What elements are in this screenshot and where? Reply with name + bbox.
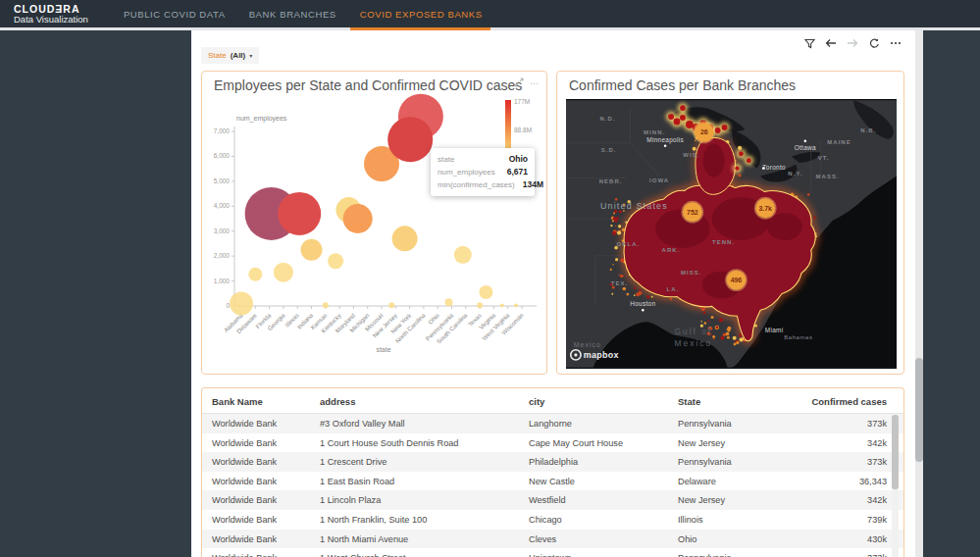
table-cell: Worldwide Bank <box>212 457 277 467</box>
page-scrollbar[interactable] <box>915 30 923 557</box>
table-header: Bank NameaddresscityStateConfirmed cases <box>202 388 903 414</box>
table-row[interactable]: Worldwide Bank1 North Miami AvenueCleves… <box>202 530 903 549</box>
svg-text:88.8M: 88.8M <box>514 127 532 133</box>
table-cell: 739k <box>751 515 887 525</box>
cluster-badge-752[interactable]: 752 <box>681 201 703 224</box>
bubble-indiana[interactable] <box>301 239 323 261</box>
bubble-new-jersey[interactable] <box>388 302 394 308</box>
bubble-west-virginia[interactable] <box>500 303 504 307</box>
svg-text:6,000: 6,000 <box>214 152 231 159</box>
column-header-bank-name[interactable]: Bank Name <box>212 396 263 407</box>
map-label: Bahamas <box>784 334 812 340</box>
svg-text:752: 752 <box>687 209 698 216</box>
table-cell: Worldwide Bank <box>212 515 277 525</box>
bubble-delaware[interactable] <box>248 268 262 281</box>
refresh-icon[interactable] <box>868 37 880 49</box>
map-label: TENN. <box>712 239 735 245</box>
table-cell: 430k <box>751 534 887 544</box>
svg-text:state: state <box>376 346 390 353</box>
column-header-city[interactable]: city <box>529 396 544 407</box>
svg-text:26: 26 <box>700 128 708 135</box>
map-label: Miami <box>765 327 784 333</box>
covid-heatmap[interactable]: N.D.MINN.S.D.WIS.NEBR.IOWAOKLA.ARK.TENN.… <box>566 99 897 369</box>
table-cell: Pennsylvania <box>678 419 732 429</box>
svg-text:2,000: 2,000 <box>214 252 231 259</box>
dashboard-tabs: PUBLIC COVID DATABANK BRANCHESCOVID EXPO… <box>120 0 502 27</box>
dashboard-toolbar <box>803 37 902 49</box>
column-header-state[interactable]: State <box>678 396 700 407</box>
map-label: MAINE <box>827 139 851 145</box>
table-scrollbar-thumb[interactable] <box>892 415 899 489</box>
back-arrow-icon[interactable] <box>825 37 837 49</box>
expand-icon[interactable] <box>514 77 524 89</box>
dashboard-content: State (All) ▾ Employees per State and Co… <box>191 30 915 557</box>
map-label: United States <box>600 201 668 211</box>
bubble-new-york[interactable] <box>392 226 418 251</box>
table-cell: 1 Crescent Drive <box>320 457 387 467</box>
table-cell: Cleves <box>529 534 556 544</box>
table-row[interactable]: Worldwide Bank#3 Oxford Valley MallLangh… <box>202 414 903 433</box>
bubble-chart-actions: ⋯ <box>514 77 539 89</box>
tab-covid-exposed-banks[interactable]: COVID EXPOSED BANKS <box>356 9 487 20</box>
column-header-confirmed-cases[interactable]: Confirmed cases <box>751 396 887 407</box>
bubble-michigan[interactable] <box>343 204 373 233</box>
table-cell: 373k <box>751 553 887 557</box>
bubble-georgia[interactable] <box>274 263 293 282</box>
svg-text:3,000: 3,000 <box>214 228 231 234</box>
table-row[interactable]: Worldwide Bank1 West Church StreetUniont… <box>202 548 903 557</box>
bubble-south-carolina[interactable] <box>454 246 472 264</box>
table-cell: 1 North Miami Avenue <box>320 534 408 544</box>
svg-text:mapbox: mapbox <box>584 350 619 360</box>
svg-text:5,000: 5,000 <box>214 177 231 184</box>
table-row[interactable]: Worldwide Bank1 East Basin RoadNew Castl… <box>202 472 903 491</box>
table-cell: 373k <box>751 457 887 467</box>
more-icon[interactable] <box>890 37 902 49</box>
table-row[interactable]: Worldwide Bank1 Lincoln PlazaWestfieldNe… <box>202 490 903 510</box>
map-chart-title: Confirmed Cases per Bank Branches <box>569 77 796 93</box>
table-cell: Delaware <box>678 477 716 486</box>
table-cell: 1 Lincoln Plaza <box>320 495 381 505</box>
map-label: MISS. <box>681 270 702 276</box>
chart-tooltip: stateOhionum_employees6,671min(confirmed… <box>431 148 535 196</box>
bubble-kentucky[interactable] <box>328 253 343 269</box>
cluster-badge-3.7k[interactable]: 3.7k <box>754 197 777 220</box>
active-tab-underline <box>350 27 490 30</box>
table-cell: Pennsylvania <box>678 457 732 467</box>
table-row[interactable]: Worldwide Bank1 Crescent DrivePhiladelph… <box>202 452 903 472</box>
more-options-icon[interactable]: ⋯ <box>530 78 539 88</box>
table-row[interactable]: Worldwide Bank1 North Franklin, Suite 10… <box>202 510 903 530</box>
map-label: OKLA. <box>616 241 640 247</box>
tooltip-row: stateOhio <box>438 153 528 166</box>
cluster-badge-26[interactable]: 26 <box>693 122 715 144</box>
cluster-badge-496[interactable]: 496 <box>725 269 748 291</box>
tab-public-covid-data[interactable]: PUBLIC COVID DATA <box>120 9 230 20</box>
column-header-address[interactable]: address <box>320 396 355 407</box>
table-cell: Worldwide Bank <box>212 495 277 505</box>
table-cell: Ohio <box>678 534 696 544</box>
table-cell: Worldwide Bank <box>212 553 277 557</box>
top-navigation-bar: CLOUDƎRA Data Visualization PUBLIC COVID… <box>0 0 980 27</box>
tab-bank-branches[interactable]: BANK BRANCHES <box>245 9 340 20</box>
bubble-virginia[interactable] <box>479 285 492 299</box>
table-scrollbar[interactable] <box>892 415 899 557</box>
bubble-chart-title: Employees per State and Confirmed COVID … <box>214 77 522 93</box>
bubble-illinois[interactable] <box>278 192 321 235</box>
svg-text:496: 496 <box>731 277 743 283</box>
bubble-alabama[interactable] <box>230 291 253 315</box>
bubble-pennsylvania[interactable] <box>445 298 453 306</box>
page-scrollbar-thumb[interactable] <box>915 358 923 462</box>
state-filter-dropdown[interactable]: State (All) ▾ <box>201 47 259 64</box>
tooltip-row: num_employees6,671 <box>438 166 528 178</box>
bubble-chart[interactable]: 01,0002,0003,0004,0005,0006,0007,000Alab… <box>202 93 546 374</box>
svg-text:num_employees: num_employees <box>236 115 287 123</box>
filter-icon[interactable] <box>803 37 815 49</box>
map-label: LA. <box>667 286 680 292</box>
bubble-wisconsin[interactable] <box>514 303 518 307</box>
table-row[interactable]: Worldwide Bank1 Court House South Dennis… <box>202 433 903 453</box>
bubble-ohio[interactable] <box>387 117 433 162</box>
cloudera-logo[interactable]: CLOUDƎRA Data Visualization <box>14 4 88 25</box>
bubble-kansas[interactable] <box>323 302 329 308</box>
bubble-texas[interactable] <box>477 302 483 308</box>
table-cell: Philadelphia <box>529 457 578 467</box>
table-cell: 342k <box>751 495 887 505</box>
